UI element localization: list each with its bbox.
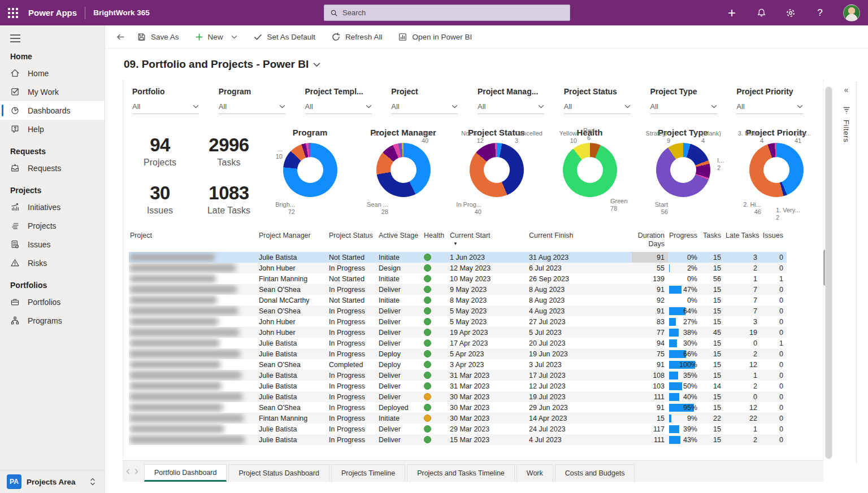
table-row[interactable]: Sean O'SheaIn ProgressDeliver5 May 20234… bbox=[129, 306, 787, 316]
cell-active-stage: Deliver bbox=[377, 338, 423, 348]
column-header-project-status[interactable]: Project Status bbox=[328, 229, 377, 252]
sidebar-item-requests[interactable]: Requests bbox=[0, 159, 105, 177]
tabs-scroll-right-icon[interactable] bbox=[134, 469, 138, 474]
report-tab-costs-and-budgets[interactable]: Costs and Budgets bbox=[555, 464, 635, 482]
cell-current-start: 15 Mar 2023 bbox=[449, 434, 528, 445]
donut-plot[interactable] bbox=[656, 143, 710, 197]
table-row[interactable]: Julie BatistaIn ProgressDeliver31 Mar 20… bbox=[129, 381, 787, 391]
sidebar-item-projects[interactable]: Projects bbox=[0, 216, 105, 235]
column-header-current-start[interactable]: Current Start▼ bbox=[449, 229, 528, 252]
table-row[interactable]: Julie BatistaIn ProgressDeliver31 Mar 20… bbox=[129, 370, 787, 381]
donut-plot[interactable] bbox=[749, 143, 804, 197]
report-tab-projects-and-tasks-timeline[interactable]: Projects and Tasks Timeline bbox=[407, 464, 515, 482]
search-input[interactable]: Search bbox=[324, 5, 570, 21]
slicer-dropdown[interactable]: All bbox=[305, 102, 372, 114]
dashboard-selector[interactable]: 09. Portfolio and Projects - Power BI bbox=[105, 49, 868, 71]
slicer-dropdown[interactable]: All bbox=[650, 102, 717, 114]
table-row[interactable]: Julie BatistaIn ProgressDeliver17 Apr 20… bbox=[129, 338, 787, 348]
quick-create-icon[interactable]: + bbox=[726, 7, 738, 19]
expand-filters-icon[interactable]: « bbox=[844, 85, 849, 94]
settings-gear-icon[interactable] bbox=[784, 7, 797, 19]
report-tab-projects-timeline[interactable]: Projects Timeline bbox=[331, 464, 405, 482]
cell-project-manager: Julie Batista bbox=[258, 424, 328, 434]
user-avatar[interactable] bbox=[843, 5, 860, 21]
table-row[interactable]: John HuberIn ProgressDeliver19 Apr 20235… bbox=[129, 327, 787, 338]
app-launcher-icon[interactable] bbox=[0, 0, 26, 25]
kpi-cards: 94Projects2996Tasks30Issues1083Late Task… bbox=[125, 128, 263, 217]
cell-issues: 0 bbox=[761, 434, 787, 445]
donut-plot[interactable] bbox=[470, 143, 524, 197]
progress-value: 39% bbox=[683, 425, 697, 433]
command-refresh-all[interactable]: Refresh All bbox=[331, 32, 382, 42]
report-tab-work[interactable]: Work bbox=[517, 464, 553, 482]
sidebar-item-risks[interactable]: Risks bbox=[0, 254, 105, 272]
column-header-project-manager[interactable]: Project Manager bbox=[258, 229, 328, 252]
area-switcher[interactable]: PA Projects Area bbox=[0, 470, 105, 493]
table-row[interactable]: Sean O'SheaCompletedDeploy3 Apr 20233 Ju… bbox=[129, 359, 787, 370]
report-tab-project-status-dashboard[interactable]: Project Status Dashboard bbox=[228, 464, 329, 482]
column-header-tasks[interactable]: Tasks bbox=[701, 229, 724, 252]
column-header-health[interactable]: Health bbox=[423, 229, 449, 252]
sidebar-item-home[interactable]: Home bbox=[0, 64, 105, 82]
column-header-late-tasks[interactable]: Late Tasks bbox=[724, 229, 761, 252]
help-question-icon[interactable]: ? bbox=[814, 7, 826, 19]
table-row[interactable]: Sean O'SheaIn ProgressDeliver9 May 20238… bbox=[129, 284, 787, 295]
slicer-dropdown[interactable]: All bbox=[391, 102, 458, 114]
table-row[interactable]: Julie BatistaNot StartedInitiate1 Jun 20… bbox=[129, 252, 787, 263]
table-row[interactable]: Julie BatistaIn ProgressDeliver15 Mar 20… bbox=[129, 434, 787, 445]
sidebar-item-issues[interactable]: Issues bbox=[0, 235, 105, 254]
back-arrow-icon[interactable] bbox=[112, 28, 129, 45]
table-row[interactable]: John HuberIn ProgressDesign12 May 20236 … bbox=[129, 263, 787, 273]
notifications-bell-icon[interactable] bbox=[755, 7, 767, 19]
table-row[interactable]: Fintan ManningIn ProgressInitiate30 Mar … bbox=[129, 413, 787, 424]
cell-progress: 39% bbox=[668, 424, 701, 434]
health-dot-green bbox=[424, 318, 431, 325]
cell-project-status: In Progress bbox=[328, 402, 377, 413]
table-row[interactable]: Fintan ManningNot StartedInitiate10 May … bbox=[129, 273, 787, 284]
page-scrollbar[interactable] bbox=[825, 86, 832, 459]
table-row[interactable]: Julie BatistaIn ProgressDeploy5 Apr 2023… bbox=[129, 348, 787, 359]
command-open-in-power-bi[interactable]: Open in Power BI bbox=[398, 32, 472, 42]
slicer-dropdown[interactable]: All bbox=[736, 102, 803, 114]
powerbi-report-canvas: PortfolioAllProgramAllProject Templ...Al… bbox=[123, 80, 823, 463]
sidebar-item-dashboards[interactable]: Dashboards bbox=[0, 101, 105, 120]
slicer-project: ProjectAll bbox=[391, 87, 463, 114]
blurred-project-name bbox=[130, 254, 215, 261]
column-header-duration-days[interactable]: Duration Days bbox=[632, 229, 668, 252]
main-content: Save AsNewSet As DefaultRefresh AllOpen … bbox=[105, 25, 868, 493]
filter-funnel-icon[interactable] bbox=[843, 107, 850, 114]
table-row[interactable]: Julie BatistaIn ProgressDeliver30 Mar 20… bbox=[129, 391, 787, 402]
donut-plot[interactable] bbox=[376, 143, 431, 197]
table-row[interactable]: Donal McCarthyNot StartedInitiate8 May 2… bbox=[129, 295, 787, 306]
sidebar-item-programs[interactable]: Programs bbox=[0, 311, 105, 330]
cell-current-start: 31 Mar 2023 bbox=[449, 370, 528, 381]
cell-current-finish: 4 Aug 2023 bbox=[528, 306, 632, 316]
command-set-as-default[interactable]: Set As Default bbox=[253, 32, 316, 42]
programs-icon bbox=[10, 316, 20, 326]
donut-plot[interactable] bbox=[283, 143, 337, 197]
hamburger-menu-icon[interactable] bbox=[0, 25, 105, 43]
donut-plot[interactable] bbox=[563, 143, 617, 197]
slicer-dropdown[interactable]: All bbox=[219, 102, 285, 114]
command-save-as[interactable]: Save As bbox=[137, 32, 179, 42]
data-label: Yellow10 bbox=[542, 130, 577, 145]
table-row[interactable]: Julie BatistaIn ProgressDeliver29 Mar 20… bbox=[129, 424, 787, 434]
sidebar-item-help[interactable]: Help bbox=[0, 120, 105, 138]
sidebar-item-initiatives[interactable]: Initiatives bbox=[0, 198, 105, 216]
kpi-card-projects: 94Projects bbox=[125, 134, 194, 169]
slicer-dropdown[interactable]: All bbox=[564, 102, 631, 114]
sidebar-item-my-work[interactable]: My Work bbox=[0, 82, 105, 101]
table-row[interactable]: Sean O'SheaIn ProgressDeployed30 Mar 202… bbox=[129, 402, 787, 413]
column-header-active-stage[interactable]: Active Stage bbox=[377, 229, 423, 252]
column-header-current-finish[interactable]: Current Finish bbox=[528, 229, 632, 252]
table-row[interactable]: John HuberIn ProgressDeliver5 May 202327… bbox=[129, 316, 787, 327]
report-tab-portfolio-dashboard[interactable]: Portfolio Dashboard bbox=[144, 464, 227, 482]
slicer-dropdown[interactable]: All bbox=[478, 102, 544, 114]
slicer-dropdown[interactable]: All bbox=[132, 102, 199, 114]
tabs-scroll-left-icon[interactable] bbox=[126, 469, 130, 474]
column-header-progress[interactable]: Progress bbox=[668, 229, 701, 252]
sidebar-item-portfolios[interactable]: Portfolios bbox=[0, 293, 105, 311]
column-header-project[interactable]: Project bbox=[129, 229, 258, 252]
command-new[interactable]: New bbox=[195, 33, 237, 41]
column-header-issues[interactable]: Issues bbox=[761, 229, 787, 252]
